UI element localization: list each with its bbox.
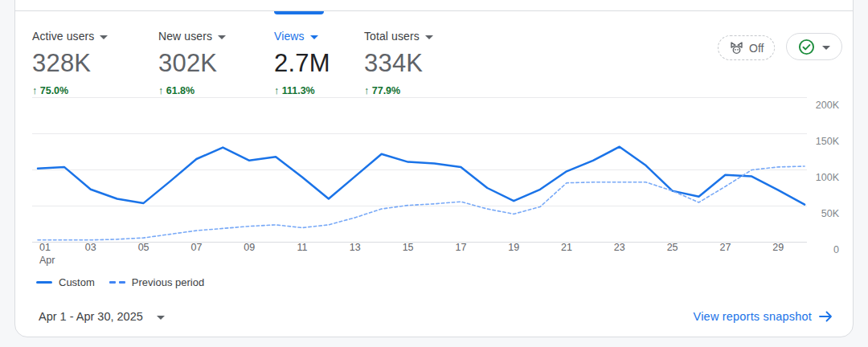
svg-text:50K: 50K	[821, 208, 840, 219]
svg-text:09: 09	[244, 242, 255, 253]
svg-text:05: 05	[138, 242, 149, 253]
svg-text:07: 07	[190, 242, 202, 253]
svg-text:27: 27	[719, 242, 731, 253]
metric-label: Total users	[364, 30, 420, 43]
metric-value: 2.7M	[274, 49, 330, 78]
date-range-label: Apr 1 - Apr 30, 2025	[39, 310, 143, 323]
metric-value: 334K	[364, 49, 433, 78]
svg-text:01: 01	[39, 242, 51, 253]
chevron-down-icon	[310, 35, 318, 39]
chevron-down-icon	[425, 35, 433, 39]
svg-text:21: 21	[561, 242, 572, 253]
svg-text:03: 03	[85, 242, 96, 253]
svg-text:15: 15	[403, 242, 414, 253]
metric-value: 328K	[32, 49, 108, 78]
solid-line-swatch-icon	[36, 281, 52, 284]
svg-text:23: 23	[614, 242, 625, 253]
tabs-divider	[15, 10, 853, 11]
svg-text:200K: 200K	[816, 100, 840, 111]
view-reports-snapshot-link[interactable]: View reports snapshot	[694, 310, 833, 323]
metric-total-users: Total users 334K ↑ 77.9%	[364, 27, 433, 96]
chevron-down-icon	[100, 35, 108, 39]
insights-toggle[interactable]: Off	[718, 35, 775, 60]
svg-text:150K: 150K	[816, 136, 840, 147]
svg-text:29: 29	[772, 242, 784, 253]
data-quality-button[interactable]	[786, 33, 842, 60]
view-reports-snapshot-label: View reports snapshot	[694, 310, 812, 323]
svg-text:17: 17	[455, 242, 466, 253]
metric-label: Active users	[32, 30, 94, 43]
chart-legend: Custom Previous period	[36, 276, 204, 288]
insights-toggle-label: Off	[749, 42, 764, 55]
metric-selector-total-users[interactable]: Total users	[364, 27, 433, 45]
svg-text:0: 0	[833, 244, 839, 255]
metric-active-users: Active users 328K ↑ 75.0%	[32, 27, 108, 96]
metric-selector-active-users[interactable]: Active users	[32, 27, 108, 45]
metric-new-users: New users 302K ↑ 61.8%	[158, 27, 226, 96]
chevron-down-icon	[218, 35, 226, 39]
check-circle-icon	[798, 39, 815, 55]
svg-text:13: 13	[350, 242, 361, 253]
metric-label: Views	[274, 30, 305, 43]
active-tab-indicator	[274, 11, 324, 14]
insights-icon	[729, 40, 744, 55]
svg-text:Apr: Apr	[39, 255, 55, 266]
legend-label: Previous period	[132, 276, 204, 288]
metric-selector-views[interactable]: Views	[274, 27, 330, 45]
svg-text:11: 11	[297, 242, 308, 253]
metric-value: 302K	[158, 49, 226, 78]
dashed-line-swatch-icon	[109, 281, 125, 284]
line-chart[interactable]: 050K100K150K200K01Apr0305070911131517192…	[0, 92, 868, 271]
legend-item-custom: Custom	[36, 276, 95, 288]
legend-label: Custom	[59, 276, 95, 288]
metric-views: Views 2.7M ↑ 111.3%	[274, 27, 330, 96]
chevron-down-icon	[157, 316, 165, 320]
arrow-right-icon	[818, 310, 833, 323]
svg-text:100K: 100K	[816, 172, 840, 183]
metric-selector-new-users[interactable]: New users	[158, 27, 226, 45]
chevron-down-icon	[822, 46, 830, 50]
svg-text:25: 25	[667, 242, 678, 253]
legend-item-previous-period: Previous period	[109, 276, 204, 288]
svg-text:19: 19	[508, 242, 519, 253]
metric-label: New users	[158, 30, 212, 43]
date-range-selector[interactable]: Apr 1 - Apr 30, 2025	[39, 310, 165, 323]
